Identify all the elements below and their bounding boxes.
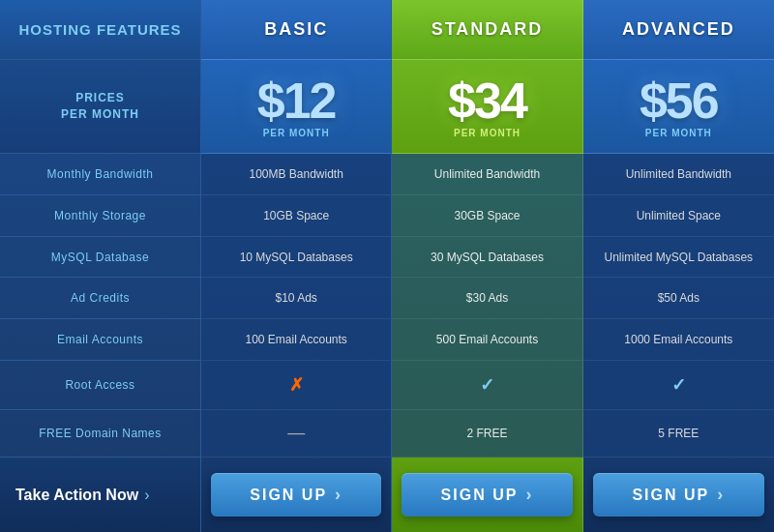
feature-cell-mysql-standard: 30 MySQL Databases xyxy=(392,237,582,279)
feature-label-text-domain: FREE Domain Names xyxy=(39,427,162,440)
standard-price-cell: $34 PER MONTH xyxy=(392,60,582,155)
feature-cell-storage-basic: 10GB Space xyxy=(201,195,392,237)
basic-price-cell: $12 PER MONTH xyxy=(201,60,392,155)
basic-signup-button[interactable]: SIGN UP › xyxy=(211,473,381,517)
dash-icon: — xyxy=(287,423,305,443)
checkmark-icon: ✓ xyxy=(671,374,686,396)
feature-cell-bandwidth-basic: 100MB Bandwidth xyxy=(201,154,392,195)
feature-cell-email-standard: 500 Email Accounts xyxy=(392,319,582,361)
feature-value-storage-standard: 30GB Space xyxy=(454,209,520,222)
standard-signup-arrow: › xyxy=(525,485,533,505)
advanced-price-amount: $56 xyxy=(640,75,718,126)
feature-label-email: Email Accounts xyxy=(0,319,201,361)
advanced-price-cell: $56 PER MONTH xyxy=(583,60,774,155)
standard-header-cell: STANDARD xyxy=(392,0,582,60)
feature-cell-ads-advanced: $50 Ads xyxy=(583,278,774,319)
basic-cta-cell: SIGN UP › xyxy=(201,458,392,532)
feature-value-mysql-basic: 10 MySQL Databases xyxy=(240,251,353,264)
feature-cell-mysql-basic: 10 MySQL Databases xyxy=(201,237,392,279)
cta-label-cell: Take Action Now › xyxy=(0,458,201,532)
standard-signup-label: SIGN UP xyxy=(441,487,519,504)
standard-signup-button[interactable]: SIGN UP › xyxy=(402,473,572,517)
feature-value-bandwidth-basic: 100MB Bandwidth xyxy=(249,167,342,181)
feature-cell-domain-advanced: 5 FREE xyxy=(583,410,774,458)
feature-label-mysql: MySQL Database xyxy=(0,237,201,279)
basic-price-amount: $12 xyxy=(257,75,336,126)
advanced-header-cell: ADVANCED xyxy=(583,0,774,60)
checkmark-icon: ✓ xyxy=(480,374,494,396)
advanced-signup-arrow: › xyxy=(717,485,725,505)
feature-label-text-bandwidth: Monthly Bandwidth xyxy=(47,167,154,181)
feature-label-text-root: Root Access xyxy=(65,378,134,392)
standard-per-month: PER MONTH xyxy=(454,128,521,138)
feature-label-text-email: Email Accounts xyxy=(57,333,143,346)
feature-value-storage-basic: 10GB Space xyxy=(263,209,329,222)
cta-arrow-icon: › xyxy=(144,487,149,504)
standard-cta-cell: SIGN UP › xyxy=(392,458,582,532)
price-label-cell: PRICESPER MONTH xyxy=(0,60,201,155)
feature-cell-storage-standard: 30GB Space xyxy=(392,195,582,237)
feature-cell-root-standard: ✓ xyxy=(392,361,582,410)
price-label-text: PRICESPER MONTH xyxy=(61,90,139,123)
feature-label-bandwidth: Monthly Bandwidth xyxy=(0,154,201,195)
feature-cell-email-advanced: 1000 Email Accounts xyxy=(583,319,774,361)
feature-value-ads-advanced: $50 Ads xyxy=(658,291,700,305)
feature-cell-root-basic: ✗ xyxy=(201,361,392,410)
feature-cell-ads-standard: $30 Ads xyxy=(392,278,582,319)
basic-signup-label: SIGN UP xyxy=(250,487,327,504)
feature-value-ads-basic: $10 Ads xyxy=(275,291,316,305)
feature-label-domain: FREE Domain Names xyxy=(0,410,201,458)
feature-label-text-ads: Ad Credits xyxy=(71,291,130,305)
feature-cell-mysql-advanced: Unlimited MySQL Databases xyxy=(583,237,774,279)
feature-value-email-basic: 100 Email Accounts xyxy=(245,333,346,346)
feature-value-domain-standard: 2 FREE xyxy=(466,427,507,440)
feature-value-domain-advanced: 5 FREE xyxy=(658,427,699,440)
feature-label-storage: Monthly Storage xyxy=(0,195,201,237)
feature-cell-email-basic: 100 Email Accounts xyxy=(201,319,392,361)
crossmark-icon: ✗ xyxy=(289,374,304,396)
advanced-cta-cell: SIGN UP › xyxy=(583,458,774,532)
feature-label-text-storage: Monthly Storage xyxy=(54,209,146,222)
advanced-signup-button[interactable]: SIGN UP › xyxy=(593,473,764,517)
advanced-per-month: PER MONTH xyxy=(645,128,712,138)
features-header-cell: HOSTING FEATURES xyxy=(0,0,201,60)
basic-signup-arrow: › xyxy=(335,485,342,505)
feature-value-bandwidth-standard: Unlimited Bandwidth xyxy=(434,167,540,181)
features-header-label: HOSTING FEATURES xyxy=(18,21,181,38)
feature-value-bandwidth-advanced: Unlimited Bandwidth xyxy=(626,167,731,181)
feature-cell-storage-advanced: Unlimited Space xyxy=(583,195,774,237)
feature-cell-domain-standard: 2 FREE xyxy=(392,410,582,458)
basic-per-month: PER MONTH xyxy=(263,128,330,138)
basic-header-cell: BASIC xyxy=(201,0,392,60)
advanced-plan-name: ADVANCED xyxy=(622,19,735,40)
feature-value-mysql-standard: 30 MySQL Databases xyxy=(431,251,544,264)
feature-value-storage-advanced: Unlimited Space xyxy=(637,209,721,222)
basic-plan-name: BASIC xyxy=(264,19,328,40)
feature-cell-root-advanced: ✓ xyxy=(583,361,774,410)
feature-label-root: Root Access xyxy=(0,361,201,410)
feature-cell-domain-basic: — xyxy=(201,410,392,458)
pricing-table: HOSTING FEATURES BASIC STANDARD ADVANCED… xyxy=(0,0,774,532)
feature-value-email-advanced: 1000 Email Accounts xyxy=(624,333,732,346)
standard-plan-name: STANDARD xyxy=(432,19,544,40)
feature-value-mysql-advanced: Unlimited MySQL Databases xyxy=(605,251,754,264)
feature-cell-bandwidth-advanced: Unlimited Bandwidth xyxy=(583,154,774,195)
feature-cell-ads-basic: $10 Ads xyxy=(201,278,392,319)
advanced-signup-label: SIGN UP xyxy=(632,487,709,504)
standard-price-amount: $34 xyxy=(448,75,526,126)
cta-label-text: Take Action Now xyxy=(15,487,138,504)
feature-cell-bandwidth-standard: Unlimited Bandwidth xyxy=(392,154,582,195)
feature-label-ads: Ad Credits xyxy=(0,278,201,319)
feature-value-email-standard: 500 Email Accounts xyxy=(436,333,538,346)
feature-label-text-mysql: MySQL Database xyxy=(51,251,149,264)
feature-value-ads-standard: $30 Ads xyxy=(466,291,508,305)
